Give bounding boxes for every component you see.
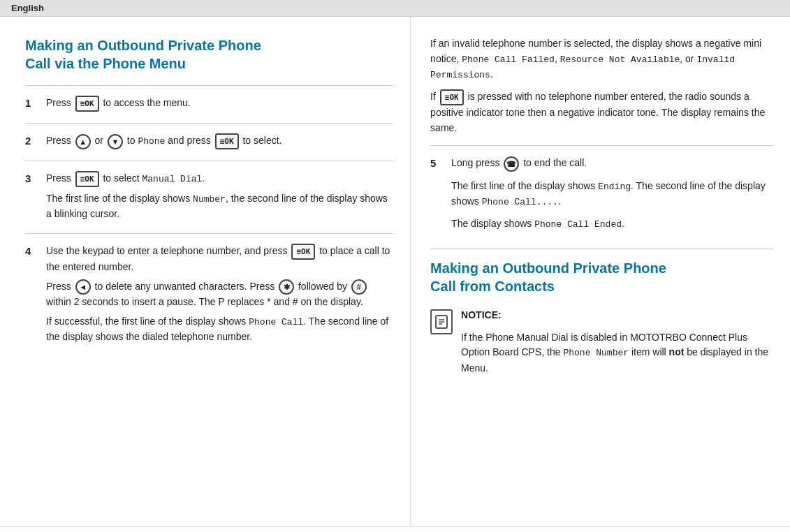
left-column: Making an Outbound Private PhoneCall via… <box>0 17 411 526</box>
hash-icon: # <box>351 279 367 295</box>
phone-call-failed-label: Phone Call Failed <box>462 54 555 65</box>
page-footer: 234 Send Feedback <box>0 526 790 532</box>
end-call-icon: ☎ <box>504 156 519 172</box>
notice-box: NOTICE: If the Phone Manual Dial is disa… <box>430 308 773 383</box>
notice-label: NOTICE: <box>461 308 773 323</box>
divider-2 <box>430 249 773 249</box>
star-icon: ✱ <box>279 279 294 295</box>
not-bold: not <box>669 346 685 357</box>
step-2-text: Press ▲ or ▼ to Phone and press ≡OK to s… <box>46 133 393 149</box>
notice-body: If the Phone Manual Dial is disabled in … <box>461 330 773 376</box>
step-5-line2: The first line of the display shows Endi… <box>451 179 773 209</box>
phone-call-dots-label: Phone Call.... <box>482 197 558 207</box>
step-4-num: 4 <box>25 245 38 257</box>
step-1-text: Press ≡OK to access the menu. <box>46 96 393 112</box>
step-1-num: 1 <box>25 97 38 109</box>
lang-label: English <box>11 3 44 13</box>
lang-bar: English <box>0 0 790 17</box>
ok-button-icon-s3: ≡OK <box>75 171 99 187</box>
step-4-line1: Use the keypad to enter a telephone numb… <box>46 244 393 275</box>
phone-call-ended-label: Phone Call Ended <box>534 219 622 230</box>
divider-1 <box>430 145 773 146</box>
ok-button-icon-s1: ≡OK <box>75 96 99 112</box>
step-3: 3 Press ≡OK to select Manual Dial. The f… <box>25 161 393 233</box>
manual-dial-label: Manual Dial <box>142 174 202 184</box>
right-col-body: If an invalid telephone number is select… <box>430 36 773 383</box>
phone-call-label: Phone Call <box>249 317 303 327</box>
arrow-up-icon: ▲ <box>75 134 91 149</box>
step-4-line2: Press ◄ to delete any unwanted character… <box>46 279 393 310</box>
step-4: 4 Use the keypad to enter a telephone nu… <box>25 233 393 356</box>
ending-label: Ending <box>598 182 631 192</box>
left-arrow-icon: ◄ <box>75 279 91 295</box>
right-column: If an invalid telephone number is select… <box>411 17 790 526</box>
phone-menu-item: Phone <box>138 136 165 147</box>
step-5-line3: The display shows Phone Call Ended. <box>451 216 773 232</box>
step-5-content: Long press ☎ to end the call. The first … <box>451 156 773 239</box>
number-label: Number <box>193 194 226 205</box>
notice-text-block: NOTICE: If the Phone Manual Dial is disa… <box>461 308 773 383</box>
notice-icon <box>430 309 453 334</box>
section1-title: Making an Outbound Private PhoneCall via… <box>25 36 393 73</box>
step-2-content: Press ▲ or ▼ to Phone and press ≡OK to s… <box>46 133 393 154</box>
step-3-line2: The first line of the display shows Numb… <box>46 191 393 222</box>
step-4-content: Use the keypad to enter a telephone numb… <box>46 244 393 349</box>
step-2: 2 Press ▲ or ▼ to Phone and press ≡OK to… <box>25 123 393 161</box>
no-number-para: If ≡OK is pressed with no telephone numb… <box>430 89 773 135</box>
step-2-num: 2 <box>25 135 38 147</box>
arrow-down-icon: ▼ <box>108 134 123 149</box>
resource-not-available-label: Resource Not Available <box>560 54 680 65</box>
step-3-num: 3 <box>25 172 38 184</box>
invalid-number-para: If an invalid telephone number is select… <box>430 36 773 82</box>
step-4-line3: If successful, the first line of the dis… <box>46 314 393 345</box>
step-5: 5 Long press ☎ to end the call. The firs… <box>430 156 773 239</box>
ok-button-icon-r: ≡OK <box>440 89 464 105</box>
ok-button-icon-s4: ≡OK <box>291 244 315 260</box>
step-3-line1: Press ≡OK to select Manual Dial. <box>46 171 393 187</box>
step-1: 1 Press ≡OK to access the menu. <box>25 85 393 123</box>
step-5-num: 5 <box>430 157 443 169</box>
step-5-line1: Long press ☎ to end the call. <box>451 156 773 171</box>
ok-button-icon-s2: ≡OK <box>215 133 239 149</box>
section2-title: Making an Outbound Private PhoneCall fro… <box>430 259 773 295</box>
step-3-content: Press ≡OK to select Manual Dial. The fir… <box>46 171 393 226</box>
step-1-content: Press ≡OK to access the menu. <box>46 96 393 116</box>
phone-number-mono: Phone Number <box>563 348 629 358</box>
